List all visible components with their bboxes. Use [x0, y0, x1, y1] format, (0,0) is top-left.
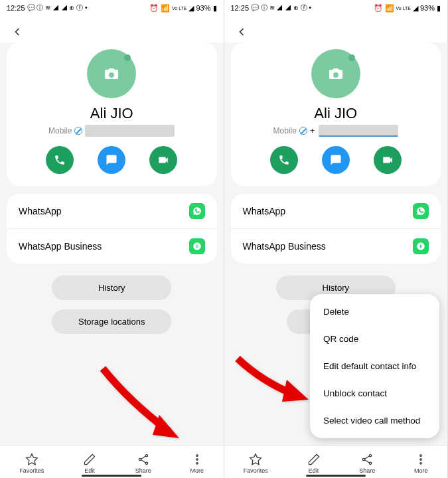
whatsapp-business-row[interactable]: WhatsApp Business: [231, 229, 441, 264]
nav-indicator: [82, 475, 141, 477]
pencil-icon: [307, 453, 321, 466]
nav-edit[interactable]: Edit: [301, 451, 327, 475]
alarm-icon: ⏰: [374, 4, 383, 13]
back-button[interactable]: [235, 24, 248, 42]
back-button[interactable]: [11, 24, 24, 42]
blocked-icon: [299, 127, 307, 135]
phone-label: Mobile: [273, 126, 297, 135]
svg-point-3: [196, 455, 198, 457]
video-button[interactable]: [149, 146, 177, 174]
nav-favorites-label: Favorites: [19, 467, 44, 474]
pencil-icon: [83, 453, 96, 466]
nav-more[interactable]: More: [408, 451, 435, 475]
call-button[interactable]: [270, 146, 298, 174]
lte-indicator: Vo LTE: [172, 6, 187, 11]
action-buttons: [46, 146, 177, 174]
nav-more-label: More: [414, 467, 428, 474]
wifi-icon: 📶: [161, 4, 170, 13]
svg-point-11: [420, 463, 422, 465]
business-label: WhatsApp Business: [19, 241, 102, 252]
whatsapp-icon: [413, 203, 429, 219]
storage-chip[interactable]: Storage locations: [52, 309, 171, 334]
status-right: ⏰ 📶 Vo LTE ◢ 93% ▮: [374, 4, 441, 13]
chip-section: History Storage locations: [0, 272, 224, 338]
status-right: ⏰ 📶 Vo LTE ◢ 93% ▮: [149, 4, 216, 13]
blocked-icon: [74, 127, 82, 135]
whatsapp-row[interactable]: WhatsApp: [231, 194, 441, 229]
nav-edit-label: Edit: [84, 467, 95, 474]
phone-row: Mobile +: [273, 125, 398, 137]
contact-avatar[interactable]: [311, 49, 360, 98]
svg-point-2: [145, 462, 147, 464]
history-chip[interactable]: History: [52, 276, 171, 300]
video-button[interactable]: [374, 146, 402, 174]
svg-point-5: [196, 463, 198, 465]
message-button[interactable]: [98, 146, 125, 174]
nav-share-label: Share: [359, 467, 375, 474]
status-left: 12:25 💬 ⓘ ≋ ◢ ◢ ⊕ ⓕ •: [231, 3, 311, 13]
share-icon: [360, 453, 374, 466]
whatsapp-label: WhatsApp: [243, 206, 286, 216]
header: [0, 16, 224, 42]
svg-point-10: [420, 459, 422, 461]
phone-label: Mobile: [48, 126, 72, 135]
menu-edit-default[interactable]: Edit default contact info: [310, 353, 439, 380]
bottom-nav: Favorites Edit Share More: [0, 445, 224, 478]
status-notification-icons: 💬 ⓘ ≋ ◢ ◢ ⊕ ⓕ •: [27, 3, 88, 13]
svg-point-1: [139, 458, 141, 460]
more-menu-popup: Delete QR code Edit default contact info…: [310, 294, 439, 438]
nav-edit-label: Edit: [309, 467, 319, 474]
whatsapp-business-icon: [413, 238, 429, 254]
menu-video-method[interactable]: Select video call method: [310, 407, 439, 434]
video-icon: [382, 154, 394, 166]
business-label: WhatsApp Business: [243, 241, 326, 252]
nav-more[interactable]: More: [184, 451, 211, 475]
status-left: 12:25 💬 ⓘ ≋ ◢ ◢ ⊕ ⓕ •: [7, 3, 87, 13]
whatsapp-business-row[interactable]: WhatsApp Business: [7, 229, 217, 264]
share-icon: [137, 453, 150, 466]
contact-name: Ali JIO: [90, 105, 133, 122]
wifi-icon: 📶: [385, 4, 394, 13]
camera-icon: [104, 67, 119, 80]
more-dots-icon: [414, 453, 427, 466]
phone-number-redacted: [85, 125, 175, 137]
nav-indicator: [306, 475, 366, 477]
nav-edit[interactable]: Edit: [76, 451, 103, 475]
contact-card: Ali JIO Mobile: [7, 42, 217, 186]
action-buttons: [270, 146, 402, 174]
nav-favorites[interactable]: Favorites: [13, 451, 50, 475]
menu-unblock[interactable]: Unblock contact: [310, 380, 439, 407]
phone-row: Mobile: [48, 125, 175, 137]
menu-qr-code[interactable]: QR code: [310, 325, 439, 353]
nav-share[interactable]: Share: [129, 451, 158, 475]
app-section: WhatsApp WhatsApp Business: [7, 194, 217, 264]
video-icon: [157, 154, 169, 166]
message-button[interactable]: [322, 146, 350, 174]
avatar-dot: [124, 54, 131, 61]
svg-point-8: [370, 462, 372, 464]
signal-icon: ◢: [188, 4, 194, 13]
signal-icon: ◢: [413, 4, 418, 13]
star-icon: [25, 453, 38, 466]
svg-point-9: [420, 455, 422, 457]
star-icon: [249, 453, 262, 466]
annotation-arrow-right: [232, 352, 319, 414]
battery-percent: 93%: [420, 4, 435, 12]
nav-share[interactable]: Share: [352, 451, 382, 475]
contact-card: Ali JIO Mobile +: [231, 42, 441, 186]
whatsapp-row[interactable]: WhatsApp: [7, 194, 217, 229]
call-button[interactable]: [46, 146, 74, 174]
message-icon: [330, 154, 342, 166]
nav-favorites[interactable]: Favorites: [237, 451, 275, 475]
screen-left: 12:25 💬 ⓘ ≋ ◢ ◢ ⊕ ⓕ • ⏰ 📶 Vo LTE ◢ 93% ▮…: [0, 0, 224, 478]
battery-icon: ▮: [213, 4, 217, 13]
avatar-dot: [348, 54, 355, 61]
nav-share-label: Share: [135, 467, 151, 474]
header: [224, 16, 448, 42]
status-time: 12:25: [7, 4, 25, 12]
contact-avatar[interactable]: [87, 49, 136, 98]
menu-delete[interactable]: Delete: [310, 298, 439, 325]
app-section: WhatsApp WhatsApp Business: [231, 194, 441, 264]
camera-icon: [328, 67, 344, 80]
alarm-icon: ⏰: [149, 4, 159, 13]
